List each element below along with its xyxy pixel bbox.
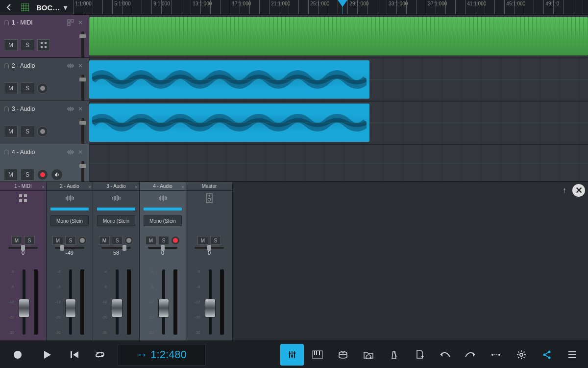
volume-fader[interactable] <box>110 269 124 335</box>
track-volume-slider[interactable] <box>81 75 84 102</box>
pan-slider[interactable] <box>195 247 224 249</box>
time-position-display[interactable]: ↔ 1:2:480 <box>118 344 206 366</box>
share-button[interactable] <box>535 344 559 366</box>
mixer-channel[interactable]: 2 - Audio× Моно (Stein M S -49 -6-6-12-2… <box>47 182 93 341</box>
piano-button[interactable] <box>306 344 329 366</box>
track-volume-slider[interactable] <box>81 118 84 145</box>
mute-button[interactable]: M <box>197 236 208 245</box>
record-button[interactable] <box>4 344 31 366</box>
svg-rect-4 <box>45 42 47 44</box>
mute-button[interactable]: M <box>4 126 18 137</box>
volume-fader[interactable] <box>64 269 77 335</box>
waveform-icon[interactable] <box>66 61 75 71</box>
midi-clip[interactable] <box>89 17 588 55</box>
pan-slider[interactable] <box>148 247 177 249</box>
rewind-button[interactable] <box>63 344 86 366</box>
track-volume-slider[interactable] <box>81 31 84 59</box>
mute-button[interactable]: M <box>4 169 18 181</box>
mute-button[interactable]: M <box>4 82 18 94</box>
audio-clip[interactable] <box>89 60 369 99</box>
close-icon[interactable]: ✕ <box>75 147 85 157</box>
pan-slider[interactable] <box>8 247 38 249</box>
solo-button[interactable]: S <box>21 82 34 94</box>
marker-button[interactable] <box>484 344 508 366</box>
solo-button[interactable]: S <box>24 236 35 245</box>
svg-rect-7 <box>19 194 22 197</box>
close-icon[interactable]: × <box>135 183 138 192</box>
arm-record-button[interactable] <box>37 169 48 180</box>
volume-fader[interactable] <box>203 269 217 335</box>
send-label[interactable]: Моно (Stein <box>97 215 135 226</box>
mute-button[interactable]: M <box>99 236 110 245</box>
close-mixer-button[interactable]: ✕ <box>572 184 585 197</box>
close-icon[interactable]: × <box>88 183 91 192</box>
solo-button[interactable]: S <box>21 169 34 181</box>
track-lanes[interactable] <box>89 15 588 182</box>
mixer-channel[interactable]: Master M S 0 -6-6-12-20-30 <box>186 182 233 341</box>
menu-button[interactable] <box>561 344 584 366</box>
solo-button[interactable]: S <box>65 236 76 245</box>
drums-button[interactable] <box>331 344 355 366</box>
loop-button[interactable] <box>88 344 112 366</box>
track-header[interactable]: 3 - Audio ✕ M S <box>0 101 89 144</box>
solo-button[interactable]: S <box>112 236 122 245</box>
solo-button[interactable]: S <box>21 39 34 51</box>
insert-slot[interactable] <box>144 208 182 210</box>
pattern-icon[interactable] <box>37 39 50 51</box>
track-header[interactable]: 1 - MIDI ✕ M S <box>0 15 89 58</box>
arm-record-button[interactable] <box>124 236 133 245</box>
close-icon[interactable]: × <box>42 183 45 192</box>
back-button[interactable] <box>0 0 18 15</box>
arm-record-button[interactable] <box>37 126 48 137</box>
send-label[interactable]: Моно (Stein <box>144 215 182 226</box>
solo-button[interactable]: S <box>210 236 221 245</box>
svg-rect-2 <box>68 23 70 26</box>
playhead-marker[interactable] <box>338 0 347 7</box>
mute-button[interactable]: M <box>4 39 18 51</box>
timeline-ruler[interactable]: 1:1:0005:1:0009:1:00013:1:00017:1:00021:… <box>73 0 588 15</box>
redo-button[interactable] <box>459 344 482 366</box>
add-track-button[interactable] <box>408 344 431 366</box>
waveform-icon[interactable] <box>66 104 75 114</box>
close-icon[interactable]: ✕ <box>75 18 85 27</box>
solo-button[interactable]: S <box>21 126 34 137</box>
db-scale: -6-6-12-20-30 <box>101 269 107 335</box>
grid-icon[interactable] <box>18 0 32 15</box>
pan-slider[interactable] <box>55 247 84 249</box>
expand-up-icon[interactable]: ↑ <box>563 186 566 195</box>
send-label[interactable]: Моно (Stein <box>50 215 89 226</box>
mixer-channel[interactable]: 3 - Audio× Моно (Stein M S 58 -6-6-12-20… <box>93 182 140 341</box>
qr-icon[interactable] <box>66 18 75 27</box>
close-icon[interactable]: × <box>181 183 184 192</box>
undo-button[interactable] <box>433 344 457 366</box>
svg-rect-8 <box>24 194 27 197</box>
volume-fader[interactable] <box>157 269 171 335</box>
ruler-label: 5:1:000 <box>114 1 130 6</box>
monitor-icon[interactable] <box>51 169 63 181</box>
insert-slot[interactable] <box>97 208 135 210</box>
mixer-view-button[interactable] <box>280 344 304 366</box>
arm-record-button[interactable] <box>78 236 87 245</box>
play-button[interactable] <box>33 344 61 366</box>
settings-button[interactable] <box>510 344 533 366</box>
arm-record-button[interactable] <box>171 236 180 245</box>
mixer-channel[interactable]: 4 - Audio× Моно (Stein M S 0 -6-6-12-20-… <box>140 182 186 341</box>
metronome-button[interactable] <box>382 344 406 366</box>
pan-slider[interactable] <box>101 247 131 249</box>
insert-slot[interactable] <box>50 208 89 210</box>
mixer-channel[interactable]: 1 - MIDI× M S 0 -6-6-12-20-30 <box>0 182 47 341</box>
mute-button[interactable]: M <box>11 236 22 245</box>
waveform-icon[interactable] <box>66 147 75 157</box>
track-header[interactable]: 2 - Audio ✕ M S <box>0 58 89 101</box>
close-icon[interactable]: ✕ <box>75 61 85 71</box>
audio-clip[interactable] <box>89 104 369 142</box>
mute-button[interactable]: M <box>52 236 63 245</box>
close-icon[interactable]: ✕ <box>75 104 85 114</box>
volume-fader[interactable] <box>17 269 31 335</box>
browser-button[interactable] <box>357 344 380 366</box>
project-title-dropdown[interactable]: BOC… ▾ <box>32 0 71 15</box>
arm-record-button[interactable] <box>37 83 48 94</box>
track-header[interactable]: 4 - Audio ✕ M S <box>0 144 89 187</box>
solo-button[interactable]: S <box>158 236 169 245</box>
mute-button[interactable]: M <box>146 236 156 245</box>
